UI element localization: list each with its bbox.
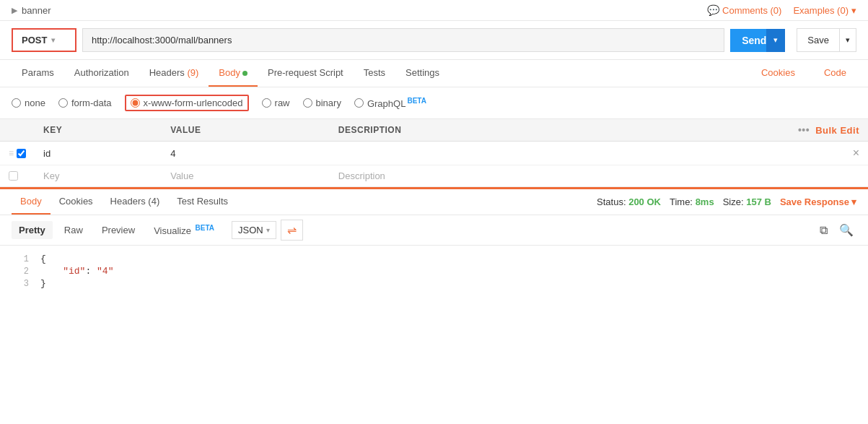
request-tabs: Params Authorization Headers (9) Body Pr… [0,60,868,87]
resp-tab-pretty[interactable]: Pretty [12,221,53,239]
format-select[interactable]: JSON ▾ [232,221,276,239]
th-description: DESCRIPTION ••• Bulk Edit [330,119,868,142]
body-dot [242,71,247,76]
tab-cookies[interactable]: Cookies [751,60,805,87]
wrap-icon-button[interactable]: ⇌ [281,220,303,241]
resp-tab-raw[interactable]: Raw [57,221,90,239]
comment-icon: 💬 [707,4,719,16]
send-group: Send ▾ [730,29,785,52]
th-key: KEY [35,119,162,142]
body-type-raw[interactable]: raw [262,98,290,108]
url-input[interactable] [82,28,724,52]
row-controls-cell: ≡ [0,142,35,165]
url-bar: POST ▾ Send ▾ Save ▾ [0,21,868,60]
code-area: 1 { 2 "id": "4" 3 } [0,246,868,297]
placeholder-checkbox[interactable] [9,171,18,181]
code-line-2: 2 "id": "4" [0,265,868,277]
method-dropdown-arrow: ▾ [51,36,55,44]
wrap-icon: ⇌ [287,224,297,236]
tab-settings[interactable]: Settings [395,60,450,87]
copy-button[interactable]: ⧉ [817,222,830,238]
placeholder-desc-cell[interactable]: Description [330,165,868,187]
examples-link[interactable]: Examples (0) ▾ [793,5,856,16]
graphql-beta: BETA [407,97,426,105]
code-line-3: 3 } [0,277,868,290]
status-value: 200 OK [628,196,661,207]
response-status: Status: 200 OK Time: 8ms Size: 157 B Sav… [597,196,856,207]
bulk-edit-link[interactable]: Bulk Edit [815,125,859,136]
th-checkbox [0,119,35,142]
tab-params[interactable]: Params [12,60,64,87]
method-button[interactable]: POST ▾ [12,28,76,52]
placeholder-controls [0,165,35,187]
body-type-binary[interactable]: binary [303,98,341,108]
response-tab-cookies[interactable]: Cookies [51,189,102,215]
comments-link[interactable]: 💬 Comments (0) [707,4,781,16]
copy-icon: ⧉ [820,224,828,236]
kv-table: KEY VALUE DESCRIPTION ••• Bulk Edit [0,119,868,187]
response-tab-body[interactable]: Body [12,189,51,215]
body-type-row: none form-data x-www-form-urlencoded raw… [0,87,868,119]
resp-tab-preview[interactable]: Preview [95,221,142,239]
response-toolbar: Pretty Raw Preview Visualize BETA JSON ▾… [0,215,868,246]
kv-table-section: KEY VALUE DESCRIPTION ••• Bulk Edit [0,119,868,187]
tabs-right: Cookies Code [751,60,856,87]
tab-tests[interactable]: Tests [354,60,395,87]
send-dropdown-button[interactable]: ▾ [766,29,785,52]
method-label: POST [22,35,47,46]
placeholder-key-cell[interactable]: Key [35,165,162,187]
row-key-cell[interactable]: id [35,142,162,165]
save-dropdown-button[interactable]: ▾ [840,28,856,52]
code-line-1: 1 { [0,253,868,265]
more-icon[interactable]: ••• [798,124,810,136]
row-checkbox[interactable] [17,149,26,158]
response-tab-headers[interactable]: Headers (4) [102,189,169,215]
breadcrumb-arrow[interactable]: ▶ [12,6,17,15]
body-type-urlencoded-wrapper: x-www-form-urlencoded [125,95,249,111]
save-group: Save ▾ [797,28,856,52]
row-description-cell: × [330,142,868,165]
body-type-form-data[interactable]: form-data [58,98,112,108]
table-row-placeholder: Key Value Description [0,165,868,187]
breadcrumb-right: 💬 Comments (0) Examples (0) ▾ [707,4,856,16]
breadcrumb-label: banner [22,5,51,16]
placeholder-value-cell[interactable]: Value [162,165,330,187]
response-tab-test-results[interactable]: Test Results [168,189,237,215]
visualize-beta: BETA [196,224,214,232]
body-type-urlencoded[interactable]: x-www-form-urlencoded [131,98,243,108]
table-row: ≡ id 4 × [0,142,868,165]
row-delete-button[interactable]: × [853,147,859,160]
resp-right-icons: ⧉ 🔍 [817,222,856,238]
tab-authorization[interactable]: Authorization [64,60,139,87]
drag-icon[interactable]: ≡ [9,148,14,158]
table-header-row: KEY VALUE DESCRIPTION ••• Bulk Edit [0,119,868,142]
breadcrumb-bar: ▶ banner 💬 Comments (0) Examples (0) ▾ [0,0,868,21]
th-value: VALUE [162,119,330,142]
save-button[interactable]: Save [797,28,840,52]
tab-code[interactable]: Code [814,60,856,87]
tab-body[interactable]: Body [209,60,258,87]
body-type-none[interactable]: none [12,98,45,108]
response-tabs-bar: Body Cookies Headers (4) Test Results St… [0,187,868,215]
time-value: 8ms [696,196,714,207]
resp-tab-visualize[interactable]: Visualize BETA [146,220,222,240]
search-button[interactable]: 🔍 [836,222,856,238]
size-value: 157 B [746,196,771,207]
row-value-cell[interactable]: 4 [162,142,330,165]
search-icon: 🔍 [839,224,854,236]
send-button[interactable]: Send [730,29,766,52]
tab-pre-request[interactable]: Pre-request Script [258,60,354,87]
save-response-link[interactable]: Save Response ▾ [780,196,856,207]
tab-headers[interactable]: Headers (9) [139,60,209,87]
breadcrumb: ▶ banner [12,5,51,16]
body-type-graphql[interactable]: GraphQLBETA [354,97,426,109]
